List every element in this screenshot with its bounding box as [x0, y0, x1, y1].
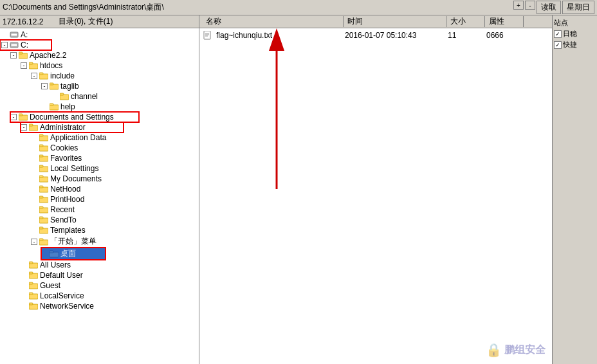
folder-icon-docs-settings [18, 113, 28, 122]
tree-item-recent[interactable]: Recent [31, 205, 199, 215]
tree-label-include: include [50, 71, 75, 80]
col-header-attr: 属性 [485, 16, 524, 27]
no-expand-local-service [21, 293, 27, 299]
tree-label-default-user: Default User [40, 271, 83, 280]
svg-rect-15 [50, 104, 53, 105]
tree-item-cookies[interactable]: Cookies [31, 143, 199, 153]
tree-label-c: C: [21, 41, 28, 50]
arrow-annotation [264, 28, 289, 202]
tree-item-local-service[interactable]: LocalService [21, 291, 199, 301]
tree-item-favorites[interactable]: Favorites [31, 153, 199, 163]
tree-label-channel: channel [71, 92, 98, 101]
folder-icon-htdocs [28, 61, 39, 70]
folder-icon-help [49, 102, 59, 111]
tree-item-default-user[interactable]: Default User [21, 270, 199, 280]
tree-item-c-drive[interactable]: - C: [0, 40, 51, 50]
svg-rect-39 [39, 227, 43, 229]
tree-item-all-users[interactable]: All Users [21, 260, 199, 270]
tree-item-start-menu[interactable]: - 「开始」菜单 [31, 235, 199, 248]
svg-rect-25 [39, 155, 43, 157]
column-headers: 名称 时间 大小 属性 [199, 15, 552, 28]
tree-item-app-data[interactable]: Application Data [31, 132, 199, 143]
rs-label-fast: 快捷 [563, 40, 577, 50]
expand-apache[interactable]: - [10, 52, 17, 59]
tree-label-help: help [60, 102, 75, 111]
folder-icon-all-users [28, 260, 39, 269]
tree-item-guest[interactable]: Guest [21, 280, 199, 291]
tree-item-templates[interactable]: Templates [31, 225, 199, 235]
rs-checkbox-icon-daily[interactable]: ✓ [554, 30, 562, 38]
no-expand-network-service [21, 303, 27, 309]
tree-item-desktop[interactable]: 桌面 [41, 248, 106, 260]
col-header-size: 大小 [446, 16, 485, 27]
svg-rect-41 [39, 239, 43, 241]
no-expand-help [41, 104, 48, 110]
folder-icon-recent [39, 205, 49, 214]
tree-item-taglib[interactable]: - taglib [41, 81, 199, 91]
file-size-flag: 11 [448, 31, 486, 40]
tree-label-htdocs: htdocs [40, 61, 62, 70]
svg-rect-35 [39, 206, 43, 208]
tree-item-sendto[interactable]: SendTo [31, 215, 199, 225]
no-expand-default-user [21, 272, 27, 278]
folder-icon-local-service [28, 291, 39, 300]
folder-icon-include [39, 71, 49, 80]
tree-label-taglib: taglib [60, 82, 79, 91]
tree-label-apache: Apache2.2 [30, 51, 66, 60]
watermark: 🔒 鹏组安全 [486, 342, 546, 358]
no-expand-local-settings [31, 165, 37, 172]
svg-rect-37 [39, 217, 43, 219]
tree-item-printhood[interactable]: PrintHood [31, 194, 199, 205]
tree-item-docs-settings[interactable]: - Documents and Settings [10, 112, 139, 122]
tree-item-network-service[interactable]: NetworkService [21, 301, 199, 311]
folder-icon-printhood [39, 195, 49, 204]
tree-item-help[interactable]: help [41, 102, 199, 112]
expand-docs-settings[interactable]: - [10, 114, 17, 120]
tree-item-my-docs[interactable]: My Documents [31, 174, 199, 184]
expand-start-menu[interactable]: - [31, 239, 37, 245]
tree-label-network-service: NetworkService [40, 302, 94, 311]
tree-item-include[interactable]: - include [31, 71, 199, 81]
file-time-flag: 2016-01-07 05:10:43 [345, 31, 448, 40]
tree-item-administrator[interactable]: - Administrator [21, 122, 124, 132]
dir-info: 目录(0), 文件(1) [59, 16, 113, 27]
expand-c-drive[interactable]: - [1, 42, 8, 48]
tree-label-app-data: Application Data [50, 133, 106, 142]
tree-item-local-settings[interactable]: Local Settings [31, 163, 199, 174]
svg-rect-3 [11, 44, 17, 46]
tree-label-desktop: 桌面 [60, 248, 76, 259]
tree-label-administrator: Administrator [40, 123, 86, 132]
no-expand-templates [31, 227, 37, 233]
right-sidebar: 站点 ✓ 日稳 ✓ 快捷 [552, 15, 597, 364]
expand-administrator[interactable]: - [21, 124, 27, 131]
no-expand-a [1, 32, 8, 38]
tree-area[interactable]: A: - C: - Apache2.2 - [0, 28, 199, 364]
file-item-flag[interactable]: flag~ichunqiu.txt 2016-01-07 05:10:43 11… [201, 30, 551, 41]
tree-item-apache[interactable]: - Apache2.2 [10, 50, 199, 60]
no-expand-printhood [31, 196, 37, 203]
restore-button[interactable]: - [525, 1, 535, 10]
day-button[interactable]: 星期日 [562, 1, 594, 14]
svg-rect-23 [39, 145, 43, 147]
tree-label-printhood: PrintHood [50, 195, 84, 204]
tree-label-docs-settings: Documents and Settings [30, 113, 114, 122]
svg-rect-51 [29, 293, 33, 295]
expand-taglib[interactable]: - [41, 83, 48, 89]
tree-item-channel[interactable]: channel [51, 91, 199, 102]
expand-include[interactable]: - [31, 73, 37, 79]
svg-rect-17 [19, 114, 23, 116]
read-button[interactable]: 读取 [537, 1, 561, 14]
tree-item-htdocs[interactable]: - htdocs [21, 60, 199, 71]
rs-station-section: 站点 ✓ 日稳 ✓ 快捷 [554, 18, 596, 50]
rs-station-label: 站点 [554, 18, 596, 28]
tree-item-nethood[interactable]: NetHood [31, 184, 199, 194]
tree-item-a-drive[interactable]: A: [0, 30, 199, 40]
rs-checkbox-fast[interactable]: ✓ 快捷 [554, 40, 596, 50]
rs-checkbox-daily[interactable]: ✓ 日稳 [554, 29, 596, 39]
rs-checkbox-icon-fast[interactable]: ✓ [554, 41, 562, 49]
expand-htdocs[interactable]: - [21, 62, 27, 69]
minimize-button[interactable]: + [513, 1, 524, 10]
svg-rect-5 [19, 52, 23, 54]
file-list[interactable]: flag~ichunqiu.txt 2016-01-07 05:10:43 11… [199, 28, 552, 364]
tree-label-sendto: SendTo [50, 215, 77, 224]
